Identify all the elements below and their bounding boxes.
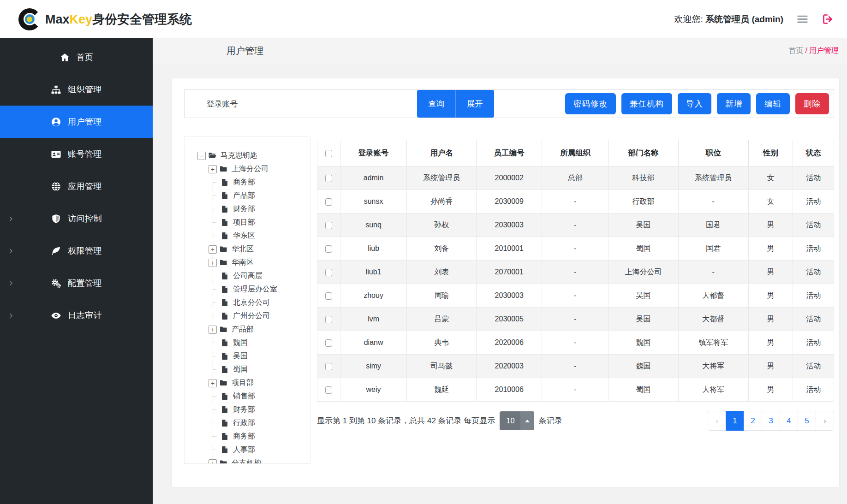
- concurrent-org-button[interactable]: 兼任机构: [621, 93, 672, 114]
- page-button-4[interactable]: 4: [780, 411, 798, 431]
- row-checkbox[interactable]: [325, 316, 332, 323]
- table-row[interactable]: liub1刘表2070001-上海分公司-男活动: [317, 261, 834, 284]
- sidebar-item-config-management[interactable]: 配置管理: [0, 267, 153, 299]
- column-header[interactable]: 登录账号: [340, 140, 406, 166]
- logout-icon[interactable]: [822, 13, 834, 25]
- edit-button[interactable]: 编辑: [756, 93, 790, 114]
- column-header[interactable]: 职位: [678, 140, 748, 166]
- tree-node[interactable]: +项目部: [209, 376, 310, 390]
- tree-node[interactable]: +华北区: [209, 243, 310, 256]
- tree-node[interactable]: −马克思钥匙: [197, 149, 310, 162]
- table-row[interactable]: simy司马懿2020003-魏国大将军男活动: [317, 355, 834, 378]
- column-header[interactable]: 用户名: [407, 140, 477, 166]
- sidebar-item-log-audit[interactable]: 日志审计: [0, 299, 153, 332]
- sidebar-item-home[interactable]: 首页: [0, 41, 153, 73]
- page-prev[interactable]: ‹: [708, 411, 726, 431]
- tree-node[interactable]: 北京分公司: [209, 296, 310, 309]
- tree-node[interactable]: 蜀国: [209, 363, 310, 376]
- tree-toggle-plus[interactable]: +: [209, 245, 217, 254]
- tree-node[interactable]: +华南区: [209, 256, 310, 269]
- tree-node[interactable]: 行政部: [209, 416, 310, 430]
- delete-button[interactable]: 删除: [795, 93, 829, 114]
- cell: 行政部: [608, 190, 678, 213]
- sidebar-item-app-management[interactable]: 应用管理: [0, 170, 153, 202]
- column-header[interactable]: 所属组织: [542, 140, 608, 166]
- sidebar-item-permission-management[interactable]: 权限管理: [0, 235, 153, 267]
- row-checkbox[interactable]: [325, 339, 332, 347]
- tree-node-label: 财务部: [233, 405, 255, 415]
- cell: 活动: [793, 166, 834, 190]
- tree-node[interactable]: 管理层办公室: [209, 283, 310, 296]
- sidebar-item-user-management[interactable]: 用户管理: [0, 106, 153, 138]
- sidebar-item-org-management[interactable]: 组织管理: [0, 73, 153, 106]
- column-header[interactable]: 状态: [793, 140, 834, 166]
- table-row[interactable]: lvm吕蒙2030005-吴国大都督男活动: [317, 308, 834, 331]
- tree-node[interactable]: 公司高层: [209, 269, 310, 283]
- file-icon: [221, 445, 229, 454]
- sitemap-icon: [51, 84, 61, 95]
- tree-toggle-plus[interactable]: +: [209, 165, 217, 173]
- sidebar-item-account-management[interactable]: 账号管理: [0, 138, 153, 170]
- column-header[interactable]: 部门名称: [608, 140, 678, 166]
- tree-toggle-plus[interactable]: +: [209, 379, 217, 387]
- tree-node[interactable]: 商务部: [209, 176, 310, 189]
- table-row[interactable]: dianw典韦2020006-魏国镇军将军男活动: [317, 331, 834, 355]
- tree-toggle-plus[interactable]: +: [209, 326, 217, 334]
- tree-node[interactable]: 财务部: [209, 403, 310, 416]
- page-next[interactable]: ›: [816, 411, 834, 431]
- page-button-5[interactable]: 5: [798, 411, 816, 431]
- table-row[interactable]: zhouy周瑜2030003-吴国大都督男活动: [317, 284, 834, 308]
- page-button-1[interactable]: 1: [726, 411, 744, 431]
- tree-node[interactable]: +分支机构: [209, 457, 310, 464]
- cell: -: [542, 308, 608, 331]
- row-checkbox[interactable]: [325, 363, 332, 370]
- caret-up-icon: [520, 411, 534, 430]
- select-all-checkbox[interactable]: [325, 150, 332, 157]
- tree-node[interactable]: 财务部: [209, 202, 310, 216]
- login-account-input[interactable]: [260, 90, 417, 118]
- tree-node[interactable]: +产品部: [209, 323, 310, 336]
- row-checkbox[interactable]: [325, 386, 332, 394]
- table-row[interactable]: admin系统管理员2000002总部科技部系统管理员女活动: [317, 166, 834, 190]
- row-checkbox[interactable]: [325, 198, 332, 206]
- import-button[interactable]: 导入: [678, 93, 711, 114]
- row-checkbox[interactable]: [325, 269, 332, 276]
- table-row[interactable]: sunq孙权2030003-吴国国君男活动: [317, 213, 834, 237]
- table-row[interactable]: liub刘备2010001-蜀国国君男活动: [317, 237, 834, 261]
- breadcrumb-home[interactable]: 首页: [789, 47, 804, 54]
- query-button[interactable]: 查询: [417, 90, 455, 118]
- tree-node[interactable]: +上海分公司: [209, 162, 310, 176]
- expand-button[interactable]: 展开: [455, 90, 494, 118]
- hamburger-menu-icon[interactable]: [796, 13, 809, 25]
- tree-node[interactable]: 产品部: [209, 189, 310, 202]
- tree-node[interactable]: 人事部: [209, 443, 310, 457]
- table-row[interactable]: weiy魏延2010006-蜀国大将军男活动: [317, 378, 834, 402]
- password-modify-button[interactable]: 密码修改: [565, 93, 616, 114]
- row-checkbox[interactable]: [325, 292, 332, 300]
- row-checkbox[interactable]: [325, 245, 332, 253]
- table-row[interactable]: sunsx孙尚香2030009-行政部-女活动: [317, 190, 834, 213]
- sidebar-item-access-control[interactable]: 访问控制: [0, 202, 153, 235]
- row-checkbox[interactable]: [325, 175, 332, 182]
- tree-toggle-plus[interactable]: +: [209, 459, 217, 464]
- tree-node[interactable]: 销售部: [209, 390, 310, 403]
- eye-icon: [51, 310, 61, 321]
- cell: sunsx: [340, 190, 406, 213]
- tree-node[interactable]: 广州分公司: [209, 309, 310, 323]
- tree-node[interactable]: 商务部: [209, 430, 310, 443]
- tree-node[interactable]: 吴国: [209, 350, 310, 363]
- column-header[interactable]: 员工编号: [477, 140, 542, 166]
- add-button[interactable]: 新增: [717, 93, 751, 114]
- tree-node[interactable]: 项目部: [209, 216, 310, 229]
- tree-toggle-minus[interactable]: −: [197, 152, 206, 160]
- page-size-dropdown[interactable]: 10: [500, 411, 534, 430]
- tree-node[interactable]: 魏国: [209, 336, 310, 350]
- column-header[interactable]: 性别: [748, 140, 793, 166]
- page-button-2[interactable]: 2: [744, 411, 762, 431]
- file-icon: [221, 218, 229, 227]
- tree-toggle-plus[interactable]: +: [209, 259, 217, 267]
- page-button-3[interactable]: 3: [762, 411, 780, 431]
- tree-node[interactable]: 华东区: [209, 229, 310, 243]
- cell: -: [678, 261, 748, 284]
- row-checkbox[interactable]: [325, 222, 332, 229]
